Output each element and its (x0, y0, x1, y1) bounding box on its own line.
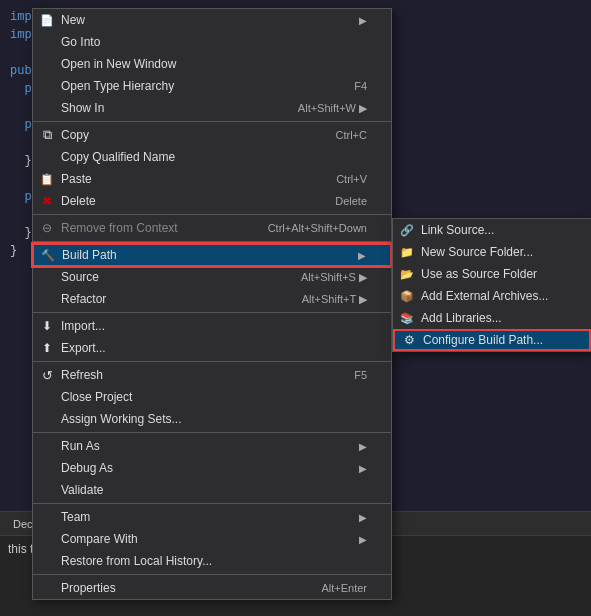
menu-item-open-new-window[interactable]: Open in New Window (33, 53, 391, 75)
link-source-icon: 🔗 (399, 222, 415, 238)
separator (33, 312, 391, 313)
shortcut-f4: F4 (354, 80, 367, 92)
menu-item-copy-qualified-label: Copy Qualified Name (61, 150, 175, 164)
menu-item-compare-with-label: Compare With (61, 532, 138, 546)
menu-item-show-in-label: Show In (61, 101, 104, 115)
menu-item-copy[interactable]: ⧉ Copy Ctrl+C (33, 124, 391, 146)
menu-item-delete[interactable]: ✖ Delete Delete (33, 190, 391, 212)
separator (33, 361, 391, 362)
menu-item-close-project-label: Close Project (61, 390, 132, 404)
shortcut-alt-shift-s: Alt+Shift+S ▶ (301, 271, 367, 284)
menu-item-go-into-label: Go Into (61, 35, 100, 49)
menu-item-remove-context-label: Remove from Context (61, 221, 178, 235)
submenu-item-add-libraries[interactable]: 📚 Add Libraries... (393, 307, 591, 329)
menu-item-remove-context[interactable]: ⊖ Remove from Context Ctrl+Alt+Shift+Dow… (33, 217, 391, 239)
menu-item-export-label: Export... (61, 341, 106, 355)
configure-build-path-icon: ⚙ (401, 332, 417, 348)
menu-item-validate-label: Validate (61, 483, 103, 497)
shortcut-ctrl-alt-shift-down: Ctrl+Alt+Shift+Down (268, 222, 367, 234)
menu-item-refresh[interactable]: ↺ Refresh F5 (33, 364, 391, 386)
delete-icon: ✖ (39, 193, 55, 209)
submenu-item-use-as-source-label: Use as Source Folder (421, 267, 537, 281)
menu-item-validate[interactable]: Validate (33, 479, 391, 501)
menu-item-open-type-hierarchy-label: Open Type Hierarchy (61, 79, 174, 93)
menu-item-import-label: Import... (61, 319, 105, 333)
submenu-item-add-external-label: Add External Archives... (421, 289, 548, 303)
export-icon: ⬆ (39, 340, 55, 356)
new-source-folder-icon: 📁 (399, 244, 415, 260)
arrow-icon: ▶ (358, 250, 366, 261)
menu-item-properties-label: Properties (61, 581, 116, 595)
menu-item-refactor-label: Refactor (61, 292, 106, 306)
submenu-item-link-source[interactable]: 🔗 Link Source... (393, 219, 591, 241)
menu-item-copy-qualified[interactable]: Copy Qualified Name (33, 146, 391, 168)
menu-item-source-label: Source (61, 270, 99, 284)
menu-item-open-new-window-label: Open in New Window (61, 57, 176, 71)
submenu-item-new-source-folder[interactable]: 📁 New Source Folder... (393, 241, 591, 263)
menu-item-run-as[interactable]: Run As ▶ (33, 435, 391, 457)
menu-item-open-type-hierarchy[interactable]: Open Type Hierarchy F4 (33, 75, 391, 97)
menu-item-new[interactable]: New ▶ (33, 9, 391, 31)
menu-item-properties[interactable]: Properties Alt+Enter (33, 577, 391, 599)
shortcut-delete: Delete (335, 195, 367, 207)
menu-item-source[interactable]: Source Alt+Shift+S ▶ (33, 266, 391, 288)
arrow-icon: ▶ (359, 15, 367, 26)
build-path-icon: 🔨 (40, 247, 56, 263)
submenu-item-configure-build-path[interactable]: ⚙ Configure Build Path... (393, 329, 591, 351)
separator (33, 432, 391, 433)
new-icon (39, 12, 55, 28)
menu-item-restore-local-label: Restore from Local History... (61, 554, 212, 568)
paste-icon: 📋 (39, 171, 55, 187)
menu-item-delete-label: Delete (61, 194, 96, 208)
import-icon: ⬇ (39, 318, 55, 334)
menu-item-debug-as[interactable]: Debug As ▶ (33, 457, 391, 479)
context-menu: New ▶ Go Into Open in New Window Open Ty… (32, 8, 392, 600)
menu-item-team-label: Team (61, 510, 90, 524)
submenu-item-add-libraries-label: Add Libraries... (421, 311, 502, 325)
menu-item-show-in[interactable]: Show In Alt+Shift+W ▶ (33, 97, 391, 119)
separator (33, 241, 391, 242)
shortcut-alt-shift-w: Alt+Shift+W ▶ (298, 102, 367, 115)
menu-item-go-into[interactable]: Go Into (33, 31, 391, 53)
separator (33, 503, 391, 504)
menu-item-refresh-label: Refresh (61, 368, 103, 382)
use-as-source-icon: 📂 (399, 266, 415, 282)
build-path-submenu: 🔗 Link Source... 📁 New Source Folder... … (392, 218, 591, 352)
submenu-item-add-external[interactable]: 📦 Add External Archives... (393, 285, 591, 307)
shortcut-ctrl-c: Ctrl+C (336, 129, 367, 141)
menu-item-new-label: New (61, 13, 85, 27)
menu-item-copy-label: Copy (61, 128, 89, 142)
menu-item-export[interactable]: ⬆ Export... (33, 337, 391, 359)
copy-icon: ⧉ (39, 127, 55, 143)
add-external-icon: 📦 (399, 288, 415, 304)
menu-item-compare-with[interactable]: Compare With ▶ (33, 528, 391, 550)
shortcut-f5: F5 (354, 369, 367, 381)
menu-item-paste-label: Paste (61, 172, 92, 186)
menu-item-assign-working-sets[interactable]: Assign Working Sets... (33, 408, 391, 430)
submenu-item-use-as-source[interactable]: 📂 Use as Source Folder (393, 263, 591, 285)
submenu-item-new-source-folder-label: New Source Folder... (421, 245, 533, 259)
submenu-item-configure-build-path-label: Configure Build Path... (423, 333, 543, 347)
separator (33, 121, 391, 122)
menu-item-build-path-label: Build Path (62, 248, 117, 262)
shortcut-ctrl-v: Ctrl+V (336, 173, 367, 185)
menu-item-restore-local[interactable]: Restore from Local History... (33, 550, 391, 572)
menu-item-import[interactable]: ⬇ Import... (33, 315, 391, 337)
menu-item-debug-as-label: Debug As (61, 461, 113, 475)
menu-item-refactor[interactable]: Refactor Alt+Shift+T ▶ (33, 288, 391, 310)
menu-item-close-project[interactable]: Close Project (33, 386, 391, 408)
separator (33, 574, 391, 575)
arrow-icon: ▶ (359, 463, 367, 474)
arrow-icon: ▶ (359, 534, 367, 545)
menu-item-run-as-label: Run As (61, 439, 100, 453)
arrow-icon: ▶ (359, 441, 367, 452)
separator (33, 214, 391, 215)
submenu-item-link-source-label: Link Source... (421, 223, 494, 237)
add-libraries-icon: 📚 (399, 310, 415, 326)
menu-item-build-path[interactable]: 🔨 Build Path ▶ (33, 244, 391, 266)
arrow-icon: ▶ (359, 512, 367, 523)
menu-item-team[interactable]: Team ▶ (33, 506, 391, 528)
menu-item-assign-working-sets-label: Assign Working Sets... (61, 412, 182, 426)
remove-icon: ⊖ (39, 220, 55, 236)
menu-item-paste[interactable]: 📋 Paste Ctrl+V (33, 168, 391, 190)
